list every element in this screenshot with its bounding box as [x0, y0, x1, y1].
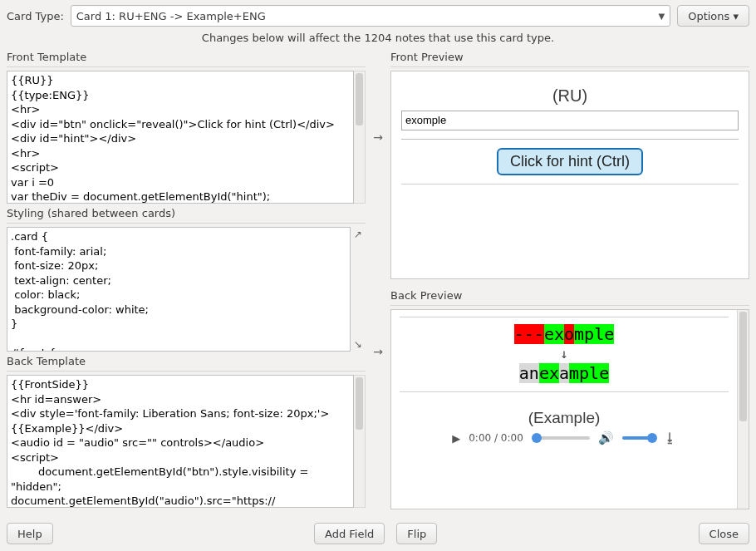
divider — [400, 391, 729, 392]
diff-correct: ex — [544, 324, 564, 344]
divider — [401, 184, 739, 184]
scrollbar[interactable] — [737, 310, 749, 509]
diff-correct: mple — [574, 324, 614, 344]
help-button[interactable]: Help — [7, 523, 53, 544]
ru-placeholder: (RU) — [401, 86, 739, 106]
divider — [7, 371, 366, 371]
back-template-label: Back Template — [7, 355, 366, 367]
diff-wrong: --- — [514, 324, 544, 344]
front-template-wrap — [7, 71, 366, 204]
download-icon[interactable]: ⭳ — [664, 430, 676, 445]
styling-label: Styling (shared between cards) — [7, 207, 366, 219]
flip-button[interactable]: Flip — [396, 523, 437, 544]
front-preview-label: Front Preview — [390, 51, 749, 63]
diff-correct: mple — [569, 363, 609, 383]
diff-missing: an — [519, 363, 539, 383]
divider — [390, 66, 749, 67]
styling-editor[interactable] — [7, 227, 351, 352]
options-button[interactable]: Options ▾ — [677, 5, 749, 27]
type-diff: ---exomple ↓ an example — [400, 324, 729, 383]
scrollbar[interactable] — [354, 375, 366, 508]
card-type-value: Card 1: RU+ENG -> Example+ENG — [76, 10, 266, 22]
audio-seek[interactable] — [532, 436, 590, 440]
diff-user-row: ---exomple — [400, 324, 729, 344]
play-icon[interactable]: ▶ — [452, 432, 460, 445]
front-template-editor[interactable] — [7, 71, 354, 204]
back-template-editor[interactable] — [7, 375, 354, 508]
volume-icon[interactable]: 🔊 — [598, 430, 614, 445]
right-column: Front Preview (RU) Click for hint (Ctrl)… — [390, 47, 749, 516]
styling-arrow-buttons: ↗ ↘ — [354, 227, 366, 352]
workarea: Front Template Styling (shared between c… — [7, 47, 749, 516]
card-type-select[interactable]: Card 1: RU+ENG -> Example+ENG ▼ — [71, 5, 670, 27]
diff-wrong: o — [564, 324, 574, 344]
front-preview-pane: (RU) Click for hint (Ctrl) — [390, 71, 749, 279]
chevron-down-icon: ▼ — [658, 12, 665, 21]
arrow-up-icon[interactable]: ↗ — [354, 229, 366, 240]
card-type-label: Card Type: — [7, 10, 64, 22]
back-template-wrap — [7, 375, 366, 508]
back-preview-content: ---exomple ↓ an example (Example) ▶ 0:00… — [391, 310, 737, 509]
arrow-right-icon: → — [373, 127, 383, 270]
diff-answer-row: an example — [400, 363, 729, 383]
mid-arrows: → → — [371, 47, 385, 516]
diff-missing: a — [559, 363, 569, 383]
notice-text: Changes below will affect the 1204 notes… — [7, 32, 749, 44]
type-answer-input[interactable] — [401, 111, 739, 130]
divider — [400, 317, 729, 317]
styling-wrap: ↗ ↘ — [7, 227, 366, 352]
arrow-down-icon[interactable]: ↘ — [354, 338, 366, 350]
divider — [7, 66, 366, 67]
down-arrow-icon: ↓ — [400, 346, 729, 362]
back-preview-pane: ---exomple ↓ an example (Example) ▶ 0:00… — [390, 309, 749, 509]
dialog-root: Card Type: Card 1: RU+ENG -> Example+ENG… — [0, 0, 756, 551]
volume-slider[interactable] — [622, 436, 655, 440]
close-button[interactable]: Close — [699, 523, 749, 544]
diff-correct: ex — [539, 363, 559, 383]
scrollbar[interactable] — [354, 71, 366, 204]
arrow-right-icon: → — [373, 270, 383, 516]
bottom-bar: Help Add Field Flip Close — [7, 523, 749, 544]
back-preview-label: Back Preview — [390, 289, 749, 302]
audio-time: 0:00 / 0:00 — [469, 432, 523, 444]
hint-button[interactable]: Click for hint (Ctrl) — [497, 148, 643, 175]
left-column: Front Template Styling (shared between c… — [7, 47, 366, 516]
divider — [401, 139, 739, 140]
audio-player[interactable]: ▶ 0:00 / 0:00 🔊 ⭳ — [400, 430, 729, 445]
divider — [390, 305, 749, 306]
top-row: Card Type: Card 1: RU+ENG -> Example+ENG… — [7, 5, 749, 27]
divider — [7, 223, 366, 224]
front-template-label: Front Template — [7, 51, 366, 63]
example-placeholder: (Example) — [400, 409, 729, 427]
add-field-button[interactable]: Add Field — [314, 523, 385, 544]
